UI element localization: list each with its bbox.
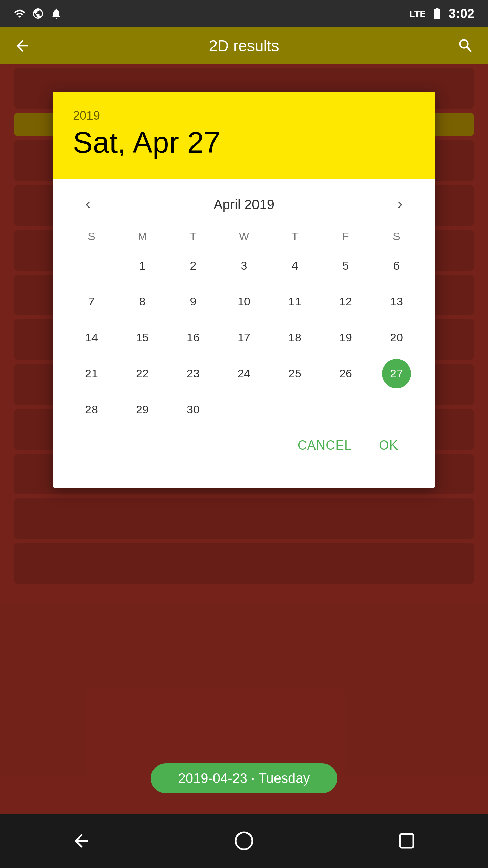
day-number-16[interactable]: 16	[179, 323, 208, 352]
day-number-27[interactable]: 27	[382, 359, 411, 388]
day-headers: S M T W T F S	[66, 227, 422, 246]
day-cell-2[interactable]: 2	[168, 249, 219, 283]
day-number-13[interactable]: 13	[382, 287, 411, 316]
android-nav-bar	[0, 814, 488, 868]
day-cell-9[interactable]: 9	[168, 285, 219, 319]
day-empty	[382, 395, 411, 424]
day-number-21[interactable]: 21	[77, 359, 106, 388]
next-month-button[interactable]	[388, 193, 412, 217]
svg-point-0	[236, 832, 252, 849]
day-number-12[interactable]: 12	[331, 287, 360, 316]
day-cell-23[interactable]: 23	[168, 357, 219, 391]
day-number-8[interactable]: 8	[128, 287, 157, 316]
day-cell-22[interactable]: 22	[117, 357, 168, 391]
status-icons-left	[14, 7, 62, 20]
day-cell-11[interactable]: 11	[269, 285, 320, 319]
day-number-6[interactable]: 6	[382, 251, 411, 280]
day-number-26[interactable]: 26	[331, 359, 360, 388]
day-number-24[interactable]: 24	[229, 359, 259, 388]
top-bar: 2D results	[0, 27, 488, 64]
day-empty	[77, 251, 106, 280]
day-cell-16[interactable]: 16	[168, 321, 219, 355]
page-title: 2D results	[45, 37, 443, 55]
day-header-sun: S	[66, 227, 117, 246]
day-number-2[interactable]: 2	[179, 251, 208, 280]
day-cell-24[interactable]: 24	[219, 357, 269, 391]
day-cell-1[interactable]: 1	[117, 249, 168, 283]
day-number-3[interactable]: 3	[229, 251, 259, 280]
day-cell-3[interactable]: 3	[219, 249, 269, 283]
day-number-22[interactable]: 22	[128, 359, 157, 388]
recents-nav-button[interactable]	[393, 827, 420, 854]
day-cell-5[interactable]: 5	[320, 249, 371, 283]
dialog-header: 2019 Sat, Apr 27	[53, 92, 435, 179]
day-number-25[interactable]: 25	[280, 359, 309, 388]
day-cell-18[interactable]: 18	[269, 321, 320, 355]
back-nav-button[interactable]	[68, 827, 95, 854]
day-cell-21[interactable]: 21	[66, 357, 117, 391]
day-cell-empty-2	[269, 393, 320, 427]
prev-month-button[interactable]	[76, 193, 100, 217]
day-cell-13[interactable]: 13	[371, 285, 422, 319]
day-cell-19[interactable]: 19	[320, 321, 371, 355]
day-cell-14[interactable]: 14	[66, 321, 117, 355]
ok-button[interactable]: OK	[372, 433, 405, 457]
day-number-30[interactable]: 30	[179, 395, 208, 424]
bottom-content: 2019-04-23 · Tuesday	[0, 763, 488, 793]
day-cell-25[interactable]: 25	[269, 357, 320, 391]
lte-indicator: LTE	[410, 8, 426, 19]
day-number-20[interactable]: 20	[382, 323, 411, 352]
day-number-11[interactable]: 11	[280, 287, 309, 316]
day-number-19[interactable]: 19	[331, 323, 360, 352]
dialog-selected-date: Sat, Apr 27	[73, 126, 415, 159]
day-number-29[interactable]: 29	[128, 395, 157, 424]
back-button[interactable]	[10, 34, 35, 58]
day-number-4[interactable]: 4	[280, 251, 309, 280]
day-number-14[interactable]: 14	[77, 323, 106, 352]
day-header-thu: T	[269, 227, 320, 246]
day-number-10[interactable]: 10	[229, 287, 259, 316]
day-cell-30[interactable]: 30	[168, 393, 219, 427]
month-label: April 2019	[214, 197, 274, 212]
status-icons-right: LTE 3:02	[410, 6, 474, 21]
svg-rect-1	[400, 834, 413, 848]
day-cell-15[interactable]: 15	[117, 321, 168, 355]
day-number-9[interactable]: 9	[179, 287, 208, 316]
signal-icon	[14, 7, 26, 20]
day-header-fri: F	[320, 227, 371, 246]
bottom-date-button[interactable]: 2019-04-23 · Tuesday	[151, 763, 337, 793]
day-cell-17[interactable]: 17	[219, 321, 269, 355]
day-number-15[interactable]: 15	[128, 323, 157, 352]
day-cell-12[interactable]: 12	[320, 285, 371, 319]
day-cell	[66, 249, 117, 283]
day-cell-27[interactable]: 27	[371, 357, 422, 391]
day-cell-6[interactable]: 6	[371, 249, 422, 283]
day-cell-28[interactable]: 28	[66, 393, 117, 427]
day-cell-26[interactable]: 26	[320, 357, 371, 391]
notification-icon	[50, 7, 62, 20]
day-number-23[interactable]: 23	[179, 359, 208, 388]
home-nav-button[interactable]	[230, 827, 258, 854]
day-header-wed: W	[219, 227, 269, 246]
status-time: 3:02	[449, 6, 474, 21]
day-number-7[interactable]: 7	[77, 287, 106, 316]
dialog-body: April 2019 S M T W T F S 1 2	[53, 179, 435, 488]
day-empty	[331, 395, 360, 424]
day-number-1[interactable]: 1	[128, 251, 157, 280]
search-button[interactable]	[453, 34, 478, 58]
day-header-sat: S	[371, 227, 422, 246]
day-number-18[interactable]: 18	[280, 323, 309, 352]
dialog-footer: CANCEL OK	[66, 427, 422, 474]
day-number-28[interactable]: 28	[77, 395, 106, 424]
day-cell-29[interactable]: 29	[117, 393, 168, 427]
day-number-5[interactable]: 5	[331, 251, 360, 280]
status-bar: LTE 3:02	[0, 0, 488, 27]
day-number-17[interactable]: 17	[229, 323, 259, 352]
day-cell-10[interactable]: 10	[219, 285, 269, 319]
day-cell-20[interactable]: 20	[371, 321, 422, 355]
dialog-year: 2019	[73, 108, 415, 123]
cancel-button[interactable]: CANCEL	[291, 433, 359, 457]
day-cell-8[interactable]: 8	[117, 285, 168, 319]
day-cell-4[interactable]: 4	[269, 249, 320, 283]
day-cell-7[interactable]: 7	[66, 285, 117, 319]
